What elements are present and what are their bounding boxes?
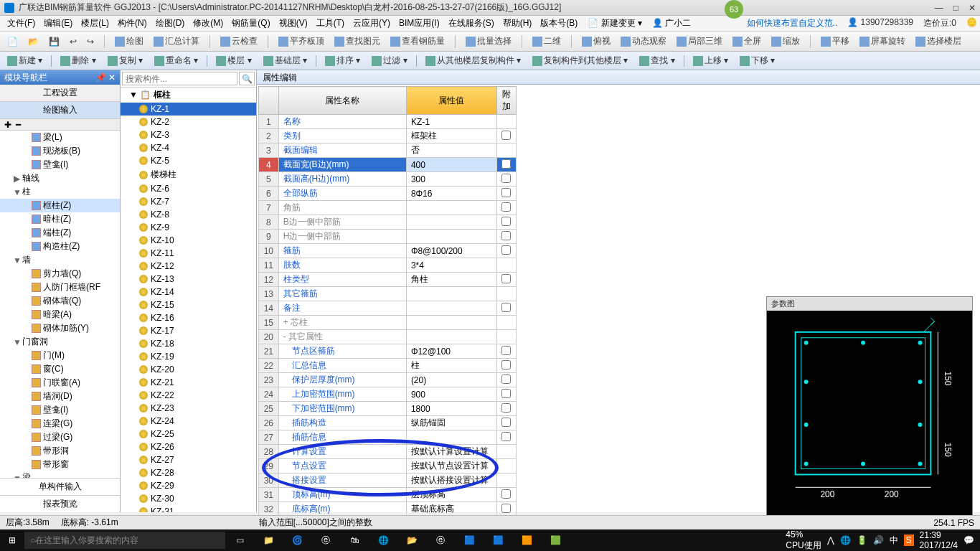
list-item[interactable]: KZ-10: [121, 234, 256, 247]
table-row[interactable]: 31 顶标高(m)层顶标高: [259, 488, 517, 502]
table-row[interactable]: 26 插筋构造纵筋锚固: [259, 416, 517, 430]
nav-tab-draw[interactable]: 绘图输入: [0, 102, 120, 119]
list-item[interactable]: KZ-11: [121, 247, 256, 260]
list-item[interactable]: KZ-23: [121, 402, 256, 415]
tree-node[interactable]: 连梁(G): [0, 417, 120, 430]
list-item[interactable]: KZ-9: [121, 221, 256, 234]
nav-bottom-report[interactable]: 报表预览: [0, 495, 120, 512]
toolbar2-btn[interactable]: 复制 ▾: [105, 53, 146, 68]
tray-notif-icon[interactable]: 💬: [963, 535, 974, 545]
list-item[interactable]: KZ-30: [121, 492, 256, 505]
toolbar-btn[interactable]: 汇总计算: [151, 34, 202, 49]
toolbar2-btn[interactable]: 过滤 ▾: [369, 53, 410, 68]
task-view-icon[interactable]: ▭: [225, 529, 254, 551]
toolbar2-btn[interactable]: 复制构件到其他楼层 ▾: [529, 53, 631, 68]
tree-node[interactable]: 墙洞(D): [0, 390, 120, 403]
search-button[interactable]: 🔍: [239, 72, 255, 85]
tree-node[interactable]: 壁龛(I): [0, 403, 120, 417]
toolbar-icon[interactable]: 💾: [46, 35, 62, 48]
table-row[interactable]: 32 底标高(m)基础底标高: [259, 502, 517, 517]
toolbar-btn[interactable]: 平移: [818, 34, 852, 49]
tray-battery-icon[interactable]: 🔋: [857, 535, 867, 545]
table-row[interactable]: 13其它箍筋: [259, 287, 517, 301]
list-item[interactable]: KZ-31: [121, 505, 256, 512]
table-row[interactable]: 11肢数3*4: [259, 258, 517, 273]
list-item[interactable]: KZ-6: [121, 182, 256, 195]
table-row[interactable]: 2类别框架柱: [259, 129, 517, 143]
table-row[interactable]: 3截面编辑否: [259, 143, 517, 158]
table-row[interactable]: 24 上加密范围(mm)900: [259, 387, 517, 402]
start-button[interactable]: ⊞: [0, 535, 24, 545]
table-row[interactable]: 27 插筋信息: [259, 430, 517, 445]
maximize-button[interactable]: □: [953, 3, 958, 13]
toolbar2-btn[interactable]: 重命名 ▾: [151, 53, 201, 68]
table-row[interactable]: 4截面宽(B边)(mm)400: [259, 158, 517, 172]
toolbar2-btn[interactable]: 新建 ▾: [4, 53, 45, 68]
menu-item[interactable]: 版本号(B): [536, 17, 582, 29]
tree-node[interactable]: 构造柱(Z): [0, 240, 120, 253]
list-item[interactable]: KZ-25: [121, 428, 256, 441]
tree-node[interactable]: ▼梁: [0, 471, 120, 478]
table-row[interactable]: 25 下加密范围(mm)1800: [259, 402, 517, 416]
close-button[interactable]: ✕: [969, 3, 976, 13]
toolbar-btn[interactable]: 屏幕旋转: [857, 34, 908, 49]
table-row[interactable]: 23 保护层厚度(mm)(20): [259, 373, 517, 387]
menu-newchange[interactable]: 📄 新建变更 ▾: [583, 16, 646, 31]
tree-node[interactable]: ▼墙: [0, 253, 120, 267]
list-item[interactable]: KZ-5: [121, 154, 256, 167]
tree-node[interactable]: 带形洞: [0, 444, 120, 458]
tree-node[interactable]: 壁龛(I): [0, 158, 120, 171]
taskbar-search[interactable]: ○ 在这里输入你要搜索的内容: [24, 532, 225, 549]
tree-node[interactable]: 门联窗(A): [0, 376, 120, 390]
toolbar2-btn[interactable]: 删除 ▾: [57, 53, 98, 68]
menu-item[interactable]: 工具(T): [312, 17, 349, 29]
list-header[interactable]: ▼ 📋 框柱: [121, 88, 256, 103]
toolbar-icon[interactable]: [104, 35, 105, 48]
tray-sogou-icon[interactable]: S: [904, 534, 914, 546]
tree-node[interactable]: 人防门框墙(RF: [0, 281, 120, 294]
explorer-icon[interactable]: 📂: [397, 529, 426, 551]
menu-item[interactable]: 文件(F): [3, 17, 39, 29]
minimize-button[interactable]: —: [935, 3, 943, 13]
tree-node[interactable]: 过梁(G): [0, 430, 120, 444]
nav-tree[interactable]: 梁(L)现浇板(B)壁龛(I)▶轴线▼柱框柱(Z)暗柱(Z)端柱(Z)构造柱(Z…: [0, 131, 120, 478]
tree-node[interactable]: 暗梁(A): [0, 308, 120, 321]
table-row[interactable]: 21 节点区箍筋Φ12@100: [259, 344, 517, 359]
component-list[interactable]: ▼ 📋 框柱KZ-1KZ-2KZ-3KZ-4KZ-5楼梯柱KZ-6KZ-7KZ-…: [121, 88, 256, 512]
list-item[interactable]: KZ-2: [121, 116, 256, 128]
tree-node[interactable]: 砌体墙(Q): [0, 294, 120, 308]
toolbar2-btn[interactable]: 楼层 ▾: [213, 53, 254, 68]
list-item[interactable]: KZ-4: [121, 141, 256, 154]
menu-item[interactable]: 修改(M): [189, 17, 227, 29]
edge-icon[interactable]: 🌐: [369, 529, 397, 551]
tip-link[interactable]: 如何快速布置自定义范..: [747, 17, 838, 29]
edge-old-icon[interactable]: ⓔ: [311, 529, 340, 551]
table-row[interactable]: 6全部纵筋8Φ16: [259, 187, 517, 201]
toolbar-btn[interactable]: 查看钢筋量: [387, 34, 448, 49]
toolbar-icon[interactable]: 📂: [25, 35, 42, 48]
tree-node[interactable]: ▼门窗洞: [0, 335, 120, 349]
toolbar-icon[interactable]: ↪: [84, 35, 97, 48]
nav-tool-icon2[interactable]: ━: [16, 120, 21, 130]
nav-tool-icon[interactable]: ✚: [4, 120, 11, 130]
menu-user[interactable]: 👤 广小二: [648, 16, 695, 31]
nav-tab-settings[interactable]: 工程设置: [0, 85, 120, 102]
notification-badge[interactable]: 63: [725, 0, 743, 19]
list-item[interactable]: 楼梯柱: [121, 167, 256, 182]
tray-net-icon[interactable]: 🌐: [840, 535, 851, 545]
list-item[interactable]: KZ-8: [121, 208, 256, 221]
table-row[interactable]: 10箍筋Φ8@100/200: [259, 244, 517, 258]
toolbar2-btn[interactable]: 上移 ▾: [690, 53, 731, 68]
table-row[interactable]: 9H边一侧中部筋: [259, 230, 517, 244]
list-item[interactable]: KZ-24: [121, 415, 256, 428]
toolbar-btn[interactable]: 选择楼层: [913, 34, 964, 49]
toolbar-icon[interactable]: 📄: [4, 35, 21, 48]
toolbar2-btn[interactable]: 排序 ▾: [322, 53, 363, 68]
list-item[interactable]: KZ-18: [121, 337, 256, 350]
table-row[interactable]: 14备注: [259, 301, 517, 316]
folder-icon[interactable]: 📁: [254, 529, 283, 551]
table-row[interactable]: 30 搭接设置按默认搭接设置计算: [259, 474, 517, 488]
tree-node[interactable]: 砌体加筋(Y): [0, 321, 120, 335]
list-item[interactable]: KZ-1: [121, 103, 256, 116]
table-row[interactable]: 12柱类型角柱: [259, 273, 517, 287]
